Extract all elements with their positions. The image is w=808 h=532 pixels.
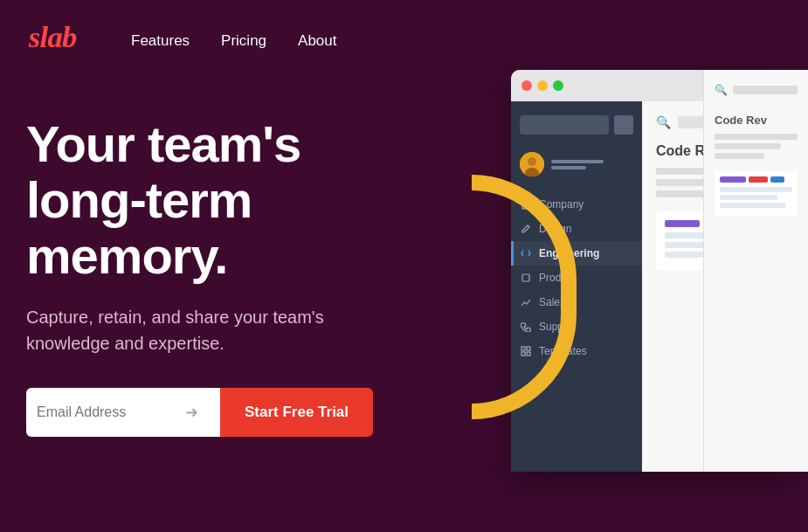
nav-features[interactable]: Features bbox=[131, 32, 190, 50]
email-input-wrapper: ➜ bbox=[26, 388, 220, 437]
logo[interactable]: slab bbox=[26, 16, 96, 66]
input-arrow-icon: ➜ bbox=[185, 403, 198, 422]
email-input[interactable] bbox=[37, 404, 185, 420]
hero-headline: Your team's long-term memory. bbox=[26, 116, 480, 283]
nav-pricing[interactable]: Pricing bbox=[221, 32, 266, 50]
hero-section: Your team's long-term memory. Capture, r… bbox=[0, 81, 808, 437]
hero-subtext: Capture, retain, and share your team's k… bbox=[26, 304, 393, 356]
nav-about[interactable]: About bbox=[298, 32, 336, 50]
navbar: slab Features Pricing About bbox=[0, 0, 808, 81]
start-trial-button[interactable]: Start Free Trial bbox=[220, 388, 373, 437]
cta-form: ➜ Start Free Trial bbox=[26, 388, 480, 437]
hero-text: Your team's long-term memory. Capture, r… bbox=[26, 107, 480, 437]
nav-links: Features Pricing About bbox=[131, 32, 337, 50]
svg-text:slab: slab bbox=[28, 20, 77, 53]
